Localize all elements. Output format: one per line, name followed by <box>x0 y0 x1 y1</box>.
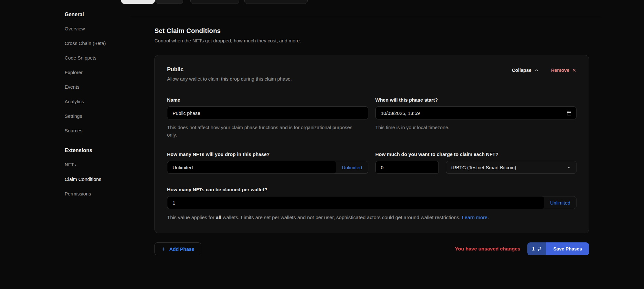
main-content: Set Claim Conditions Control when the NF… <box>154 27 589 255</box>
collapse-button-label: Collapse <box>512 68 531 73</box>
start-time-value: 10/03/2025, 13:59 <box>381 110 420 116</box>
name-field-label: Name <box>167 97 368 103</box>
transaction-count-value: 1 <box>532 246 534 251</box>
start-time-field: When will this phase start? 10/03/2025, … <box>375 97 577 139</box>
sidebar-item-nfts[interactable]: NFTs <box>65 162 132 167</box>
claim-phase-card: Public Allow any wallet to claim this dr… <box>154 55 589 233</box>
name-input[interactable] <box>167 106 368 119</box>
swap-arrows-icon <box>537 247 542 251</box>
collapse-button[interactable]: Collapse <box>512 68 539 73</box>
save-phases-button-label: Save Phases <box>553 246 582 251</box>
add-phase-button[interactable]: Add Phase <box>154 242 201 255</box>
unsaved-changes-text: You have unsaved changes <box>455 246 520 252</box>
name-field-helper: This does not affect how your claim phas… <box>167 124 358 139</box>
supply-input[interactable] <box>167 161 336 173</box>
page-title: Set Claim Conditions <box>154 27 589 35</box>
price-field-label: How much do you want to charge to claim … <box>375 151 577 157</box>
plus-icon <box>161 247 166 251</box>
price-field: How much do you want to charge to claim … <box>375 151 577 174</box>
per-wallet-note-bold: all <box>216 215 221 220</box>
top-cut-button-dark[interactable] <box>155 0 183 4</box>
currency-select-value: tRBTC (Testnet Smart Bitcoin) <box>451 165 516 170</box>
per-wallet-field: How many NFTs can be claimed per wallet?… <box>167 187 576 221</box>
chevron-up-icon <box>534 68 539 73</box>
sidebar-item-cross-chain[interactable]: Cross Chain (Beta) <box>65 40 132 46</box>
sidebar-item-events[interactable]: Events <box>65 84 132 90</box>
phases-footer: Add Phase You have unsaved changes 1 Sav… <box>154 242 589 255</box>
sidebar-heading-general: General <box>65 12 132 17</box>
sidebar-item-sources[interactable]: Sources <box>65 128 132 133</box>
top-cut-button-light[interactable] <box>121 0 155 4</box>
sidebar-item-settings[interactable]: Settings <box>65 113 132 119</box>
explorer-link-badge[interactable]: Rootstock Blockscout <box>244 0 308 4</box>
header-divider <box>132 17 602 17</box>
per-wallet-input[interactable] <box>167 196 544 209</box>
start-time-input[interactable]: 10/03/2025, 13:59 <box>375 106 577 119</box>
remove-button[interactable]: Remove <box>551 68 576 73</box>
sidebar-item-explorer[interactable]: Explorer <box>65 70 132 75</box>
sidebar: General Overview Cross Chain (Beta) Code… <box>65 12 132 206</box>
transaction-count-button[interactable]: 1 <box>527 242 546 255</box>
sidebar-heading-extensions: Extensions <box>65 148 132 153</box>
name-field: Name This does not affect how your claim… <box>167 97 368 139</box>
save-split-button: 1 Save Phases <box>527 242 589 255</box>
sidebar-item-code-snippets[interactable]: Code Snippets <box>65 55 132 61</box>
currency-select[interactable]: tRBTC (Testnet Smart Bitcoin) <box>446 161 577 174</box>
calendar-icon <box>566 110 572 116</box>
sidebar-item-overview[interactable]: Overview <box>65 26 132 31</box>
supply-field-label: How many NFTs will you drop in this phas… <box>167 151 368 157</box>
supply-unlimited-toggle[interactable]: Unlimited <box>336 161 368 173</box>
learn-more-link[interactable]: Learn more <box>462 215 487 220</box>
sidebar-item-analytics[interactable]: Analytics <box>65 99 132 104</box>
supply-field: How many NFTs will you drop in this phas… <box>167 151 368 174</box>
start-time-field-helper: This time is in your local timezone. <box>375 124 566 131</box>
phase-title: Public <box>167 66 292 73</box>
close-icon <box>572 68 576 72</box>
contract-address-badge[interactable]: 0xeDc...FF06c9 <box>190 0 239 4</box>
sidebar-item-permissions[interactable]: Permissions <box>65 191 132 196</box>
save-phases-button[interactable]: Save Phases <box>546 242 589 255</box>
add-phase-button-label: Add Phase <box>169 246 195 252</box>
per-wallet-unlimited-toggle[interactable]: Unlimited <box>544 196 576 209</box>
sidebar-item-claim-conditions[interactable]: Claim Conditions <box>65 176 132 182</box>
phase-description: Allow any wallet to claim this drop duri… <box>167 76 292 82</box>
per-wallet-field-label: How many NFTs can be claimed per wallet? <box>167 187 576 192</box>
remove-button-label: Remove <box>551 68 569 73</box>
price-amount-input[interactable] <box>375 161 439 174</box>
chevron-down-icon <box>567 165 572 170</box>
page-subtitle: Control when the NFTs get dropped, how m… <box>154 38 589 43</box>
per-wallet-note: This value applies for all wallets. Limi… <box>167 214 571 221</box>
start-time-field-label: When will this phase start? <box>375 97 577 103</box>
